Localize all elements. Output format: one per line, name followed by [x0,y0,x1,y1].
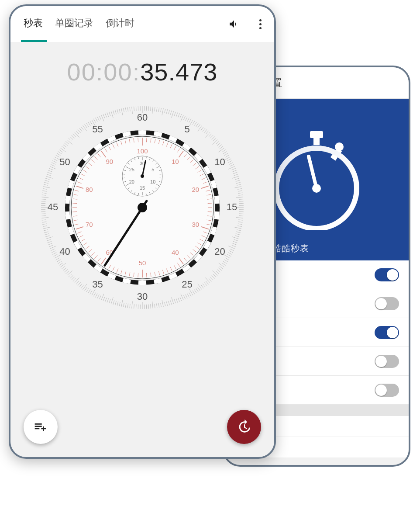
svg-line-6 [309,156,317,188]
svg-line-177 [103,297,105,301]
svg-line-24 [174,112,176,116]
toggle-3[interactable] [375,355,399,368]
svg-line-112 [222,263,225,266]
app-header: 秒表 单圈记录 倒计时 [10,6,274,42]
toggle-0[interactable] [375,268,399,281]
svg-rect-1 [313,137,320,145]
more-menu-icon[interactable] [254,18,266,30]
svg-line-305 [136,106,136,111]
svg-line-278 [83,125,87,131]
svg-line-248 [46,176,52,178]
volume-icon[interactable] [228,18,240,30]
svg-line-126 [203,284,205,287]
svg-line-79 [239,199,243,200]
svg-text:25: 25 [182,279,192,290]
svg-line-272 [73,134,76,137]
svg-line-188 [83,284,87,290]
svg-line-185 [88,289,90,293]
svg-line-125 [204,282,207,286]
svg-line-184 [90,291,92,295]
svg-line-104 [230,249,234,251]
svg-line-77 [238,195,243,195]
svg-line-220 [45,234,49,235]
svg-line-80 [239,201,244,201]
tab-indicator [21,40,47,42]
svg-point-472 [138,203,147,212]
svg-line-129 [198,287,200,291]
svg-line-78 [236,197,243,198]
svg-line-247 [45,178,50,180]
svg-line-200 [64,270,68,272]
svg-line-228 [41,218,48,218]
svg-line-270 [70,137,73,140]
svg-line-98 [232,237,238,239]
history-icon [237,419,251,434]
svg-line-35 [194,122,196,125]
svg-text:15: 15 [140,185,145,191]
svg-text:5: 5 [184,124,189,135]
svg-line-297 [119,109,120,113]
toggle-2[interactable] [375,326,399,339]
svg-line-63 [228,166,235,170]
svg-line-59 [227,159,231,161]
svg-line-294 [113,111,114,115]
svg-line-128 [198,284,202,290]
svg-line-71 [236,182,241,183]
svg-line-14 [155,107,155,111]
svg-line-143 [172,297,174,304]
svg-line-100 [233,241,237,243]
svg-line-371 [146,273,147,277]
lap-add-button[interactable] [24,410,58,444]
svg-line-180 [97,295,99,298]
svg-text:50: 50 [59,156,70,167]
svg-line-221 [44,232,48,232]
svg-line-43 [206,132,210,138]
svg-line-243 [43,187,50,188]
svg-line-120 [212,275,215,278]
svg-text:90: 90 [106,158,113,165]
tab-laps[interactable]: 单圈记录 [55,17,93,31]
tab-countdown[interactable]: 倒计时 [106,17,134,31]
svg-line-293 [111,111,113,118]
svg-line-122 [209,278,212,281]
svg-line-148 [162,300,163,307]
svg-line-109 [225,258,229,260]
toggle-1[interactable] [375,297,399,310]
svg-line-229 [41,216,46,216]
svg-line-265 [63,145,66,147]
svg-text:10: 10 [172,158,179,165]
svg-line-13 [152,107,153,114]
svg-line-75 [238,191,242,191]
toggle-4[interactable] [375,384,399,397]
svg-line-284 [93,119,96,123]
svg-line-165 [127,304,128,308]
svg-line-12 [151,107,151,111]
svg-line-218 [46,237,52,239]
tab-stopwatch[interactable]: 秒表 [24,17,43,31]
svg-line-197 [69,274,72,277]
svg-line-60 [228,161,232,163]
svg-line-68 [232,176,238,178]
svg-line-22 [170,111,172,115]
svg-line-273 [75,132,79,138]
svg-line-117 [216,271,219,274]
svg-line-132 [193,291,195,295]
svg-line-166 [125,303,126,308]
svg-line-275 [78,129,80,133]
svg-line-203 [60,263,66,267]
svg-line-204 [59,263,62,266]
svg-line-20 [166,109,167,114]
svg-line-118 [213,271,218,276]
svg-line-53 [219,148,224,152]
svg-line-323 [146,138,147,142]
svg-line-162 [134,304,134,309]
svg-line-48 [213,140,218,145]
svg-line-266 [64,143,68,146]
stopwatch-large-icon [273,129,360,230]
svg-line-56 [224,153,227,156]
reset-button[interactable] [227,410,261,444]
svg-line-267 [65,141,69,144]
svg-line-280 [86,123,89,127]
svg-line-163 [132,302,133,309]
svg-line-295 [115,110,117,114]
